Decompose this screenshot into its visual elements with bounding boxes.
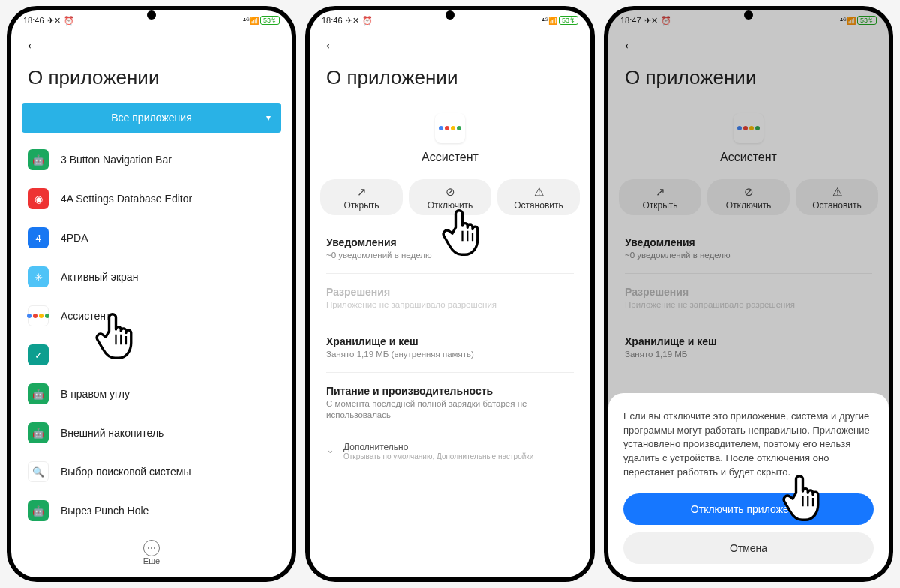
app-row-search-engine[interactable]: 🔍 Выбор поисковой системы xyxy=(17,452,286,491)
clock: 18:46 xyxy=(23,16,44,25)
disable-app-label: Отключить приложение xyxy=(691,503,806,515)
app-icon: 🤖 xyxy=(28,149,49,170)
app-icon: 🤖 xyxy=(28,422,49,443)
setting-title: Питание и производительность xyxy=(326,385,574,397)
warning-icon: ⚠ xyxy=(500,185,577,199)
app-label: 4PDA xyxy=(61,232,88,244)
app-row-3button[interactable]: 🤖 3 Button Navigation Bar xyxy=(17,140,286,179)
stop-label: Остановить xyxy=(514,200,563,211)
assistant-icon xyxy=(435,113,465,143)
app-icon: 4 xyxy=(28,227,49,248)
app-label: 3 Button Navigation Bar xyxy=(61,154,172,166)
signal-icon: ⁴ᴳ📶 xyxy=(243,16,259,25)
open-label: Открыть xyxy=(344,200,379,211)
camera-notch xyxy=(147,10,156,20)
phone-2: 18:46 ✈✕ ⏰ ⁴ᴳ📶 53↯ ← О приложении Ассист… xyxy=(305,6,595,582)
vibrate-icon: ✈✕ xyxy=(346,16,359,26)
cancel-label: Отмена xyxy=(730,542,767,554)
assistant-icon xyxy=(28,305,49,326)
app-row-active-screen[interactable]: ✳ Активный экран xyxy=(17,257,286,296)
app-list: 🤖 3 Button Navigation Bar ◉ 4A Settings … xyxy=(11,140,292,530)
app-row-blank[interactable]: ✓ xyxy=(17,335,286,374)
page-title: О приложении xyxy=(11,56,292,103)
setting-storage[interactable]: Хранилище и кеш Занято 1,19 МБ (внутренн… xyxy=(326,326,574,369)
settings-list: Уведомления ~0 уведомлений в неделю Разр… xyxy=(310,223,590,434)
disable-icon: ⊘ xyxy=(412,185,488,199)
disable-confirm-modal: Если вы отключите это приложение, систем… xyxy=(608,393,889,578)
open-icon: ↗ xyxy=(323,185,400,199)
search-icon: 🔍 xyxy=(28,461,49,482)
setting-title: Разрешения xyxy=(326,286,574,298)
setting-notifications[interactable]: Уведомления ~0 уведомлений в неделю xyxy=(326,227,574,270)
camera-notch xyxy=(446,10,454,20)
disable-button[interactable]: ⊘ Отключить xyxy=(409,179,491,215)
setting-subtitle: Приложение не запрашивало разрешения xyxy=(326,299,574,310)
disable-label: Отключить xyxy=(428,200,473,211)
disable-app-button[interactable]: Отключить приложение xyxy=(623,494,874,525)
battery-icon: 53↯ xyxy=(260,16,280,25)
more-button[interactable]: ⋯ Еще xyxy=(11,540,292,566)
app-icon: ◉ xyxy=(28,188,49,209)
app-row-4a[interactable]: ◉ 4A Settings Database Editor xyxy=(17,179,286,218)
stop-button[interactable]: ⚠ Остановить xyxy=(497,179,580,215)
app-label: 4A Settings Database Editor xyxy=(61,193,192,205)
app-row-corner[interactable]: 🤖 В правом углу xyxy=(17,374,286,413)
setting-subtitle: С момента последней полной зарядки батар… xyxy=(326,398,574,421)
phone-1: 18:46 ✈✕ ⏰ ⁴ᴳ📶 53↯ ← О приложении Все пр… xyxy=(7,6,296,582)
filter-all-apps[interactable]: Все приложения ▾ xyxy=(22,103,281,133)
more-icon: ⋯ xyxy=(143,540,160,556)
app-label: Выбор поисковой системы xyxy=(61,466,190,478)
app-row-assistant[interactable]: Ассистент xyxy=(17,296,286,335)
vibrate-icon: ✈✕ xyxy=(47,16,61,26)
setting-subtitle: Занято 1,19 МБ (внутренняя память) xyxy=(326,349,574,360)
alarm-icon: ⏰ xyxy=(362,16,373,26)
app-label: В правом углу xyxy=(61,388,130,400)
setting-permissions: Разрешения Приложение не запрашивало раз… xyxy=(326,277,574,320)
app-row-4pda[interactable]: 4 4PDA xyxy=(17,218,286,257)
app-icon: 🤖 xyxy=(28,500,49,521)
alarm-icon: ⏰ xyxy=(64,16,74,26)
app-row-punchhole[interactable]: 🤖 Вырез Punch Hole xyxy=(17,491,286,530)
clock: 18:46 xyxy=(322,16,343,25)
divider xyxy=(326,273,574,274)
app-icon: ✓ xyxy=(28,344,49,365)
phone-3: 18:47 ✈✕ ⏰ ⁴ᴳ📶 53↯ ← О приложении Ассист… xyxy=(604,6,893,582)
cancel-button[interactable]: Отмена xyxy=(623,532,874,564)
extra-subtitle: Открывать по умолчанию, Дополнительные н… xyxy=(344,452,533,460)
modal-text: Если вы отключите это приложение, систем… xyxy=(623,410,874,480)
signal-icon: ⁴ᴳ📶 xyxy=(542,16,557,25)
divider xyxy=(326,372,574,373)
action-row: ↗ Открыть ⊘ Отключить ⚠ Остановить xyxy=(310,172,590,223)
app-label: Вырез Punch Hole xyxy=(61,505,148,517)
back-button[interactable]: ← xyxy=(11,30,292,56)
setting-title: Хранилище и кеш xyxy=(326,335,574,347)
divider xyxy=(326,322,574,323)
filter-label: Все приложения xyxy=(111,112,191,124)
chevron-down-icon: ⌄ xyxy=(326,444,334,455)
setting-title: Уведомления xyxy=(326,236,574,248)
app-label: Ассистент xyxy=(61,310,110,322)
app-icon: ✳ xyxy=(28,266,49,287)
app-label: Внешний накопитель xyxy=(61,427,164,439)
open-button[interactable]: ↗ Открыть xyxy=(320,179,403,215)
app-label: Активный экран xyxy=(61,271,138,283)
chevron-down-icon: ▾ xyxy=(266,112,271,123)
setting-extra[interactable]: ⌄ Дополнительно Открывать по умолчанию, … xyxy=(310,434,590,468)
app-row-external-storage[interactable]: 🤖 Внешний накопитель xyxy=(17,413,286,452)
battery-icon: 53↯ xyxy=(559,16,578,25)
back-button[interactable]: ← xyxy=(310,30,590,56)
camera-notch xyxy=(744,10,753,20)
app-icon: 🤖 xyxy=(28,383,49,404)
app-hero: Ассистент xyxy=(310,103,590,172)
setting-power[interactable]: Питание и производительность С момента п… xyxy=(326,376,574,430)
page-title: О приложении xyxy=(310,56,590,103)
more-label: Еще xyxy=(11,556,292,566)
app-name: Ассистент xyxy=(310,151,590,164)
extra-title: Дополнительно xyxy=(344,442,533,452)
setting-subtitle: ~0 уведомлений в неделю xyxy=(326,250,574,261)
